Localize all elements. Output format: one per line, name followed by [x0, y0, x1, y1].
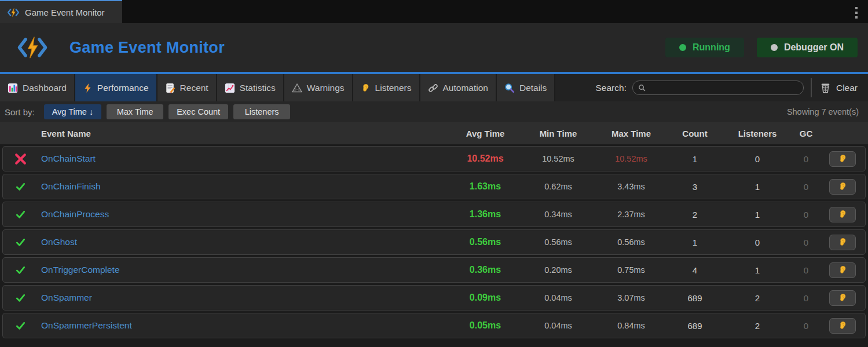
tab-label: Listeners — [375, 83, 412, 93]
event-name-cell: OnTriggerComplete — [38, 265, 449, 275]
tab-listeners[interactable]: Listeners — [353, 74, 420, 101]
check-icon — [15, 209, 26, 220]
search-input[interactable] — [649, 83, 798, 93]
listeners-button[interactable] — [829, 151, 856, 167]
event-row-onchainfinish[interactable]: OnChainFinish1.63ms0.62ms3.43ms310 — [2, 174, 866, 199]
event-name-link[interactable]: OnTriggerComplete — [41, 265, 120, 275]
event-name-link[interactable]: OnSpammer — [41, 293, 92, 302]
avg-time-cell: 0.56ms — [449, 237, 521, 247]
event-row-ontriggercomplete[interactable]: OnTriggerComplete0.36ms0.20ms0.75ms410 — [2, 257, 866, 283]
page-header: Game Event Monitor Running Debugger ON — [0, 23, 868, 72]
tab-statistics[interactable]: Statistics — [217, 74, 284, 101]
ear-icon — [838, 265, 848, 275]
listeners-cell: 1 — [723, 210, 792, 220]
warning-icon — [292, 83, 302, 93]
gc-cell: 0 — [792, 265, 820, 275]
search-label: Search: — [596, 83, 627, 93]
listeners-button[interactable] — [829, 318, 856, 334]
event-name-link[interactable]: OnChainFinish — [41, 181, 101, 191]
table-header-row: Event Name Avg Time Min Time Max Time Co… — [0, 122, 868, 144]
sort-button-max-time[interactable]: Max Time — [107, 104, 163, 119]
listeners-button[interactable] — [829, 262, 856, 278]
link-icon — [428, 83, 438, 93]
ear-icon — [838, 237, 848, 247]
event-row-onspammer[interactable]: OnSpammer0.09ms0.04ms3.07ms68920 — [2, 285, 866, 311]
listeners-cell: 0 — [723, 238, 792, 247]
column-header-gc[interactable]: GC — [792, 129, 820, 138]
column-header-min-time[interactable]: Min Time — [521, 129, 595, 138]
search-box[interactable] — [632, 81, 804, 95]
min-time-cell: 0.56ms — [521, 238, 595, 247]
avg-time-cell: 0.05ms — [449, 320, 521, 331]
window-tab[interactable]: Game Event Monitor — [0, 0, 122, 23]
column-header-max-time[interactable]: Max Time — [595, 129, 667, 138]
event-name-link[interactable]: OnSpammerPersistent — [41, 320, 132, 330]
count-cell: 3 — [667, 182, 723, 192]
column-header-avg-time[interactable]: Avg Time — [449, 129, 521, 138]
search-icon — [638, 84, 646, 92]
event-name-link[interactable]: OnChainStart — [41, 154, 96, 163]
debugger-toggle-badge[interactable]: Debugger ON — [757, 38, 858, 57]
event-row-onspammerpersistent[interactable]: OnSpammerPersistent0.05ms0.04ms0.84ms689… — [2, 313, 866, 338]
check-icon — [15, 181, 26, 192]
tab-label: Details — [519, 83, 547, 93]
action-cell — [820, 290, 865, 306]
listeners-cell: 1 — [723, 182, 792, 192]
tab-warnings[interactable]: Warnings — [284, 74, 353, 101]
listeners-cell: 2 — [723, 321, 792, 331]
tab-performance[interactable]: Performance — [75, 74, 158, 101]
event-name-link[interactable]: OnGhost — [41, 237, 77, 247]
listeners-cell: 2 — [723, 293, 792, 303]
listeners-cell: 0 — [723, 154, 792, 164]
event-row-onghost[interactable]: OnGhost0.56ms0.56ms0.56ms100 — [2, 229, 866, 255]
sort-button-listeners[interactable]: Listeners — [233, 104, 290, 119]
avg-time-cell: 0.09ms — [449, 293, 521, 303]
event-row-onchainstart[interactable]: OnChainStart10.52ms10.52ms10.52ms100 — [2, 146, 866, 171]
column-header-count[interactable]: Count — [667, 129, 723, 138]
status-badges: Running Debugger ON — [665, 38, 858, 57]
event-count-status: Showing 7 event(s) — [787, 107, 859, 116]
tab-details[interactable]: Details — [497, 74, 555, 101]
event-name-cell: OnSpammerPersistent — [38, 320, 449, 331]
tab-label: Performance — [97, 83, 149, 93]
max-time-cell: 0.56ms — [595, 238, 667, 247]
bar-chart-icon — [8, 83, 18, 93]
tab-recent[interactable]: Recent — [158, 74, 217, 101]
tab-dashboard[interactable]: Dashboard — [0, 74, 75, 101]
sort-button-exec-count[interactable]: Exec Count — [169, 104, 228, 119]
min-time-cell: 0.04ms — [521, 293, 595, 302]
tab-list: DashboardPerformanceRecentStatisticsWarn… — [0, 74, 555, 101]
code-lightning-icon — [7, 8, 20, 17]
event-row-onchainprocess[interactable]: OnChainProcess1.36ms0.34ms2.37ms210 — [2, 202, 866, 227]
action-cell — [820, 179, 865, 195]
max-time-cell: 0.84ms — [595, 321, 667, 330]
gc-cell: 0 — [792, 238, 820, 247]
listeners-button[interactable] — [829, 207, 856, 222]
column-header-event-name[interactable]: Event Name — [38, 129, 449, 138]
tab-bar: DashboardPerformanceRecentStatisticsWarn… — [0, 74, 868, 101]
check-icon — [15, 320, 26, 331]
ear-icon — [838, 293, 848, 303]
column-header-listeners[interactable]: Listeners — [723, 129, 792, 138]
action-cell — [820, 318, 865, 334]
min-time-cell: 0.62ms — [521, 182, 595, 191]
max-time-cell: 3.43ms — [595, 182, 667, 191]
listeners-button[interactable] — [829, 179, 856, 195]
tab-automation[interactable]: Automation — [420, 74, 497, 101]
sort-button-avg-time[interactable]: Avg Time ↓ — [44, 104, 101, 119]
event-name-cell: OnGhost — [38, 237, 449, 247]
kebab-menu-icon[interactable] — [854, 6, 859, 20]
sort-button-group: Avg Time ↓Max TimeExec CountListeners — [44, 104, 290, 119]
clear-button[interactable]: Clear — [818, 74, 868, 101]
listeners-button[interactable] — [829, 290, 856, 306]
event-name-cell: OnChainProcess — [38, 209, 449, 220]
event-name-link[interactable]: OnChainProcess — [41, 209, 109, 219]
avg-time-cell: 10.52ms — [449, 154, 521, 164]
count-cell: 689 — [667, 321, 723, 331]
listeners-button[interactable] — [829, 235, 856, 250]
check-icon — [15, 265, 26, 276]
status-cell — [3, 181, 38, 192]
page-title: Game Event Monitor — [69, 39, 225, 57]
running-badge-label: Running — [693, 42, 730, 53]
max-time-cell: 0.75ms — [595, 265, 667, 275]
